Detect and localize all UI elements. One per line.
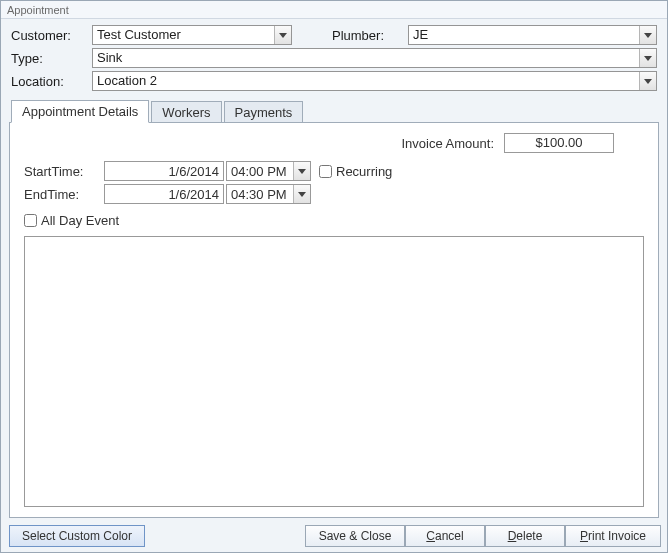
select-color-button[interactable]: Select Custom Color	[9, 525, 145, 547]
end-time-input[interactable]: 04:30 PM	[226, 184, 311, 204]
type-combo[interactable]: Sink	[92, 48, 657, 68]
print-invoice-button[interactable]: Print Invoice	[565, 525, 661, 547]
tab-workers[interactable]: Workers	[151, 101, 221, 123]
tabstrip: Appointment Details Workers Payments	[9, 98, 659, 122]
end-date-input[interactable]: 1/6/2014	[104, 184, 224, 204]
allday-checkbox[interactable]: All Day Event	[24, 213, 119, 228]
window-title: Appointment	[1, 1, 667, 19]
tab-payments[interactable]: Payments	[224, 101, 304, 123]
end-time-value: 04:30 PM	[227, 187, 293, 202]
notes-textarea[interactable]	[24, 236, 644, 507]
recurring-checkbox[interactable]: Recurring	[319, 164, 392, 179]
cancel-button[interactable]: Cancel	[405, 525, 485, 547]
starttime-label: StartTime:	[24, 164, 102, 179]
start-date-input[interactable]: 1/6/2014	[104, 161, 224, 181]
chevron-down-icon[interactable]	[274, 26, 291, 44]
plumber-combo[interactable]: JE	[408, 25, 657, 45]
location-combo[interactable]: Location 2	[92, 71, 657, 91]
customer-value: Test Customer	[93, 26, 274, 44]
recurring-label: Recurring	[336, 164, 392, 179]
chevron-down-icon[interactable]	[293, 185, 310, 203]
plumber-value: JE	[409, 26, 639, 44]
end-date-value: 1/6/2014	[105, 187, 223, 202]
chevron-down-icon[interactable]	[639, 72, 656, 90]
start-time-value: 04:00 PM	[227, 164, 293, 179]
appointment-window: Appointment Customer: Test Customer Plum…	[0, 0, 668, 553]
button-bar: Select Custom Color Save & Close Cancel …	[1, 524, 667, 552]
save-close-button[interactable]: Save & Close	[305, 525, 405, 547]
delete-button[interactable]: Delete	[485, 525, 565, 547]
tab-details[interactable]: Appointment Details	[11, 100, 149, 123]
location-value: Location 2	[93, 72, 639, 90]
location-label: Location:	[11, 74, 86, 89]
type-label: Type:	[11, 51, 86, 66]
recurring-input[interactable]	[319, 165, 332, 178]
start-date-value: 1/6/2014	[105, 164, 223, 179]
tab-panel-details: Invoice Amount: $100.00 StartTime: 1/6/2…	[9, 122, 659, 518]
customer-combo[interactable]: Test Customer	[92, 25, 292, 45]
invoice-amount[interactable]: $100.00	[504, 133, 614, 153]
chevron-down-icon[interactable]	[639, 49, 656, 67]
header-form: Customer: Test Customer Plumber: JE Type…	[1, 19, 667, 98]
chevron-down-icon[interactable]	[293, 162, 310, 180]
start-time-input[interactable]: 04:00 PM	[226, 161, 311, 181]
type-value: Sink	[93, 49, 639, 67]
endtime-label: EndTime:	[24, 187, 102, 202]
invoice-label: Invoice Amount:	[402, 136, 495, 151]
customer-label: Customer:	[11, 28, 86, 43]
allday-input[interactable]	[24, 214, 37, 227]
allday-label: All Day Event	[41, 213, 119, 228]
chevron-down-icon[interactable]	[639, 26, 656, 44]
plumber-label: Plumber:	[332, 28, 402, 43]
